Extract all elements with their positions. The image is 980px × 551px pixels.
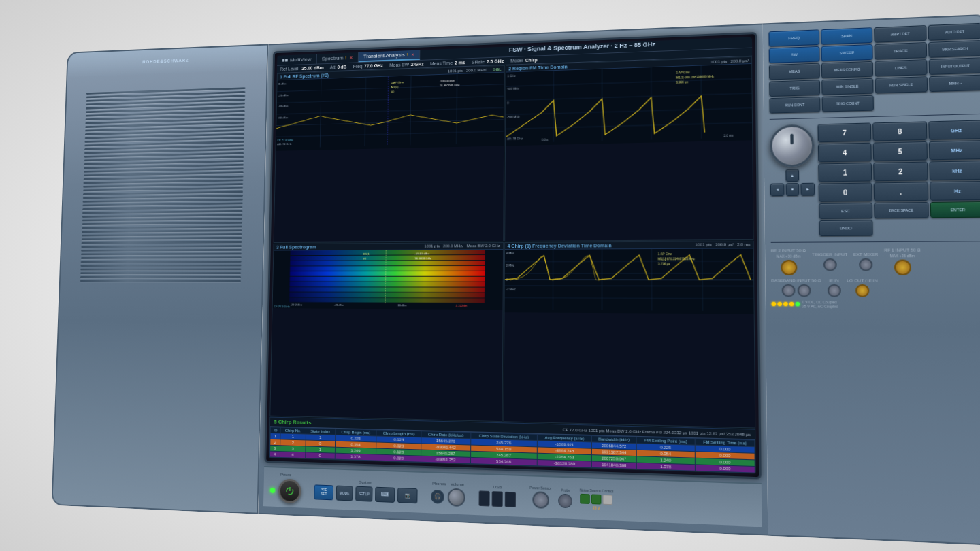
trace-button[interactable]: TRACE xyxy=(875,42,928,60)
trig-button[interactable]: TRIG xyxy=(769,80,820,97)
enter-button[interactable]: ENTER xyxy=(930,201,980,218)
auto-det-button[interactable]: AUTO DET xyxy=(928,23,980,41)
power-sensor-port[interactable] xyxy=(532,491,549,509)
transient-close-button[interactable]: × xyxy=(411,52,414,58)
led-row-1 xyxy=(772,302,800,307)
multiview-icon: ■■ xyxy=(282,57,289,63)
rf2-connector[interactable] xyxy=(781,260,797,276)
usb-port-1[interactable] xyxy=(478,490,489,506)
meas-time-label: Meas Time xyxy=(430,61,453,66)
deviation-chart: 4 MHz 2 MHz 0 -2 MHz 1 AP Clrw xyxy=(504,248,754,311)
panel1-params: 1001 pts 200.0 MHz/ xyxy=(448,67,487,73)
lines-button[interactable]: LINES xyxy=(875,59,928,77)
cell-state-idx: 0 xyxy=(305,452,334,459)
baseband-port-1[interactable] xyxy=(781,284,795,297)
rf2-section: RF 2 INPUT 50 Ω MAX +30 dBm xyxy=(771,248,806,276)
volume-knob[interactable] xyxy=(448,488,466,507)
main-tuning-knob[interactable] xyxy=(770,124,815,167)
noise-port-1[interactable] xyxy=(580,494,590,504)
noise-port-3[interactable] xyxy=(603,495,613,505)
run-single-button[interactable]: RUN SINGLE xyxy=(875,76,928,93)
backspace-button[interactable]: BACK SPACE xyxy=(874,202,929,218)
svg-rect-45 xyxy=(290,276,485,281)
tab-multiview[interactable]: ■■ MultiView xyxy=(277,54,316,65)
power-button[interactable] xyxy=(278,478,301,503)
tab-spectrum[interactable]: Spectrum ! × xyxy=(316,52,358,64)
vent-line xyxy=(80,268,242,270)
ampt-det-button[interactable]: AMPT DET xyxy=(874,25,927,43)
noise-ports xyxy=(580,494,612,505)
meas-bw-setting: Meas BW 2 GHz xyxy=(389,62,424,68)
key-hz[interactable]: Hz xyxy=(930,181,980,201)
spectrum-close-button[interactable]: × xyxy=(350,54,353,61)
key-0[interactable]: 0 xyxy=(819,182,872,201)
key-dot[interactable]: . xyxy=(874,182,929,201)
arrow-left-button[interactable]: ◄ xyxy=(770,183,784,196)
preset-button[interactable]: PRESET xyxy=(314,484,333,500)
probe-port[interactable] xyxy=(559,494,573,509)
panel-fm-time-domain: 2 Region FM Time Domain 1001 pts 200.0 µ… xyxy=(504,56,754,241)
esc-button[interactable]: ESC xyxy=(819,203,872,219)
voltage-label: 28 V xyxy=(593,505,600,510)
setup-button[interactable]: SETUP xyxy=(355,486,372,501)
svg-text:CF 77.0 GHz: CF 77.0 GHz xyxy=(277,138,293,142)
key-8[interactable]: 8 xyxy=(872,121,927,141)
arrow-up-button[interactable]: ▲ xyxy=(785,169,800,182)
baseband-port-2[interactable] xyxy=(797,284,811,297)
key-2[interactable]: 2 xyxy=(873,162,928,182)
arrow-right-button[interactable]: ► xyxy=(801,183,815,196)
svg-line-1 xyxy=(277,96,504,103)
key-9[interactable]: GHz xyxy=(928,120,980,139)
model-setting: Model Chirp xyxy=(510,57,538,63)
arrow-down-button[interactable]: ▼ xyxy=(785,183,800,196)
vent-line xyxy=(80,280,241,282)
cell-deviation: 245.287 xyxy=(470,451,538,459)
att-value: 0 dB xyxy=(337,65,346,69)
vent-line xyxy=(82,202,243,206)
key-4[interactable]: 4 xyxy=(818,143,872,163)
svg-text:3.996 µs: 3.996 µs xyxy=(676,80,688,84)
baseband-connectors: BASEBAND INPUT 50 Ω IF IN LO OUT / IF IN xyxy=(771,278,980,297)
meas-button[interactable]: MEAS xyxy=(769,63,820,80)
ext-mixer-connector[interactable] xyxy=(859,258,873,271)
svg-text:-20 dBm: -20 dBm xyxy=(278,93,289,97)
sweep-button[interactable]: SWEEP xyxy=(821,44,872,61)
panel4-params: 1001 pts 200.0 µs/ 2.0 ms xyxy=(695,242,750,247)
win-single-button[interactable]: WIN SINGLE xyxy=(821,78,873,95)
trigger-connector[interactable] xyxy=(823,258,836,271)
freq-button[interactable]: FREQ xyxy=(768,29,819,46)
run-cont-button[interactable]: RUN CONT xyxy=(769,97,820,114)
headphone-jack[interactable]: 🎧 xyxy=(431,489,444,503)
keyboard-button[interactable]: ⌨ xyxy=(375,486,395,502)
usb-port-2[interactable] xyxy=(492,491,503,507)
transient-warning-icon: ! xyxy=(407,52,408,57)
key-1[interactable]: 1 xyxy=(818,163,872,182)
key-5[interactable]: 5 xyxy=(873,141,928,161)
rf1-max: MAX +25 dBm xyxy=(890,254,915,258)
svg-line-64 xyxy=(504,297,753,298)
key-3[interactable]: kHz xyxy=(929,161,980,180)
trig-count-button[interactable]: TRIG COUNT xyxy=(821,95,874,112)
input-output-button[interactable]: INPUT OUTPUT xyxy=(929,57,980,75)
mode-button[interactable]: MODE xyxy=(336,485,353,501)
rf1-connector[interactable] xyxy=(894,259,911,276)
freq-setting: Freq 77.0 GHz xyxy=(353,63,383,69)
undo-button[interactable]: UNDO xyxy=(819,220,872,236)
mkr-search-button[interactable]: MKR SEARCH xyxy=(928,40,980,58)
noise-port-2[interactable] xyxy=(591,494,602,504)
screenshot-button[interactable]: 📷 xyxy=(397,487,418,503)
lo-connector[interactable] xyxy=(855,284,870,297)
key-6[interactable]: MHz xyxy=(929,140,980,160)
usb-port-3[interactable] xyxy=(505,491,516,507)
bw-button[interactable]: BW xyxy=(769,46,820,63)
col-fm-time: FM Settling Time (ms) xyxy=(695,439,755,447)
table-container[interactable]: ID Chirp No. State Index Chirp Begin (ms… xyxy=(270,427,755,473)
key-7[interactable]: 7 xyxy=(817,122,871,142)
mkr-arrow-button[interactable]: MKR→ xyxy=(929,75,980,93)
span-button[interactable]: SPAN xyxy=(821,27,872,45)
if-in-connector[interactable] xyxy=(827,284,840,297)
meas-config-button[interactable]: MEAS CONFIG xyxy=(821,61,873,78)
table-body: 1 1 1 0.225 0.128 15645.276 245.276 -106… xyxy=(270,433,755,473)
cell-bandwidth: 1941840.368 xyxy=(591,461,636,469)
col-id: ID xyxy=(270,427,280,433)
